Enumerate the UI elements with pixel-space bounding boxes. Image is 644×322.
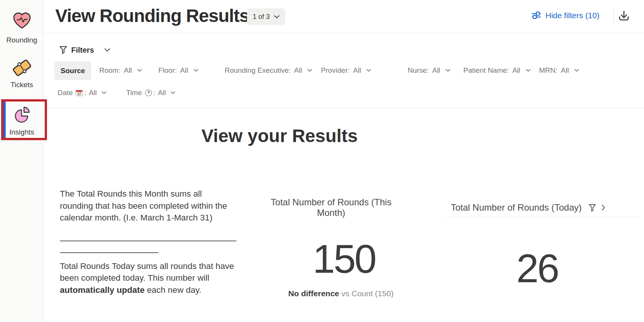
filter-label: MRN: [539, 66, 558, 75]
filter-label: Floor: [158, 66, 177, 75]
chevron-down-icon [102, 91, 106, 94]
filter-provider[interactable]: Provider: All [321, 61, 371, 80]
chevron-down-icon [574, 69, 579, 72]
results-heading: View your Results [166, 125, 393, 146]
ticket-icon [10, 56, 34, 80]
metric-today-label: Total Number of Rounds (Today) [451, 202, 582, 213]
hide-filters-label: Hide filters (10) [546, 11, 599, 20]
filter-label: Time [126, 89, 142, 97]
metric-today-value: 26 [461, 248, 613, 288]
filter-rounding-executive[interactable]: Rounding Executive: All [225, 61, 312, 80]
filter-chip-source[interactable]: Source [54, 61, 91, 80]
filter-separator: : [153, 89, 155, 97]
filter-mrn[interactable]: MRN: All [539, 61, 579, 80]
filter-room[interactable]: Room: All [99, 61, 142, 80]
pager-label: 1 of 3 [253, 13, 270, 21]
active-item-indicator [3, 102, 6, 138]
sidebar-item-label: Rounding [6, 36, 37, 44]
sidebar-item-rounding[interactable]: Rounding [0, 10, 44, 44]
metric-today-rule [444, 217, 640, 217]
metric-month-label: Total Number of Rounds (This Month) [255, 197, 407, 218]
filter-value: All [124, 66, 132, 75]
filter-value: All [158, 89, 166, 97]
chevron-down-icon [194, 69, 199, 72]
filter-label: Date [58, 89, 73, 97]
hide-filters-button[interactable]: Hide filters (10) [531, 10, 599, 20]
divider-line-short [60, 252, 158, 253]
paragraph-1: The Total Rounds this Month sums all rou… [60, 188, 242, 224]
description-block: The Total Rounds this Month sums all rou… [60, 188, 242, 296]
filter-funnel-icon [59, 46, 67, 54]
filter-label: Provider: [321, 66, 350, 75]
pie-chart-icon [12, 105, 32, 125]
chevron-down-icon [104, 48, 110, 52]
chevron-down-icon [137, 69, 142, 72]
filter-value: All [353, 66, 361, 75]
filter-value: All [432, 66, 440, 75]
filters-label: Filters [71, 46, 94, 55]
funnel-icon[interactable] [589, 204, 596, 212]
sidebar-item-label: Insights [9, 128, 34, 136]
filter-label: Patient Name: [463, 66, 509, 75]
chevron-down-icon [445, 69, 450, 72]
metric-month-comparison: No difference vs Count (150) [265, 289, 417, 298]
chevron-right-icon[interactable] [602, 205, 605, 211]
sidebar-item-insights[interactable]: Insights [0, 105, 44, 136]
filter-value: All [89, 89, 97, 97]
filter-nurse[interactable]: Nurse: All [408, 61, 450, 80]
chevron-down-icon [274, 15, 280, 19]
filters-rule [44, 108, 644, 108]
filter-label: Nurse: [408, 66, 429, 75]
filter-value: All [180, 66, 188, 75]
page-title: View Rounding Results [55, 5, 249, 26]
filter-value: All [294, 66, 302, 75]
heart-pulse-icon [12, 10, 32, 31]
sliders-icon [531, 10, 541, 20]
filter-floor[interactable]: Floor: All [158, 61, 199, 80]
metric-month-value: 150 [268, 239, 420, 279]
chevron-down-icon [307, 69, 312, 72]
paragraph-2: Total Rounds Today sums all rounds that … [60, 260, 242, 296]
filters-toggle[interactable]: Filters [59, 45, 110, 55]
clock-icon [145, 89, 152, 97]
calendar-icon: 17 [75, 89, 83, 97]
filter-value: All [561, 66, 569, 75]
svg-text:17: 17 [77, 92, 81, 96]
filter-separator: : [84, 89, 86, 97]
chevron-down-icon [170, 91, 175, 94]
filter-label: Room: [99, 66, 120, 75]
filter-label: Rounding Executive: [225, 66, 291, 75]
metric-today-header: Total Number of Rounds (Today) [451, 202, 605, 213]
results-pager-button[interactable]: 1 of 3 [247, 8, 285, 25]
header-divider [613, 9, 614, 23]
filter-patient-name[interactable]: Patient Name: All [463, 61, 531, 80]
download-icon [617, 9, 630, 22]
download-button[interactable] [617, 9, 631, 23]
header-rule [44, 33, 644, 33]
sidebar: Rounding Tickets Insights [0, 0, 44, 322]
divider-line-long [60, 241, 236, 241]
filter-chip-label: Source [61, 67, 85, 75]
filter-date[interactable]: Date 17 : All [58, 85, 106, 101]
filter-value: All [512, 66, 520, 75]
chevron-down-icon [366, 69, 371, 72]
filter-time[interactable]: Time : All [126, 85, 175, 101]
sidebar-item-tickets[interactable]: Tickets [0, 56, 44, 89]
chevron-down-icon [526, 69, 531, 72]
sidebar-item-label: Tickets [11, 81, 33, 89]
